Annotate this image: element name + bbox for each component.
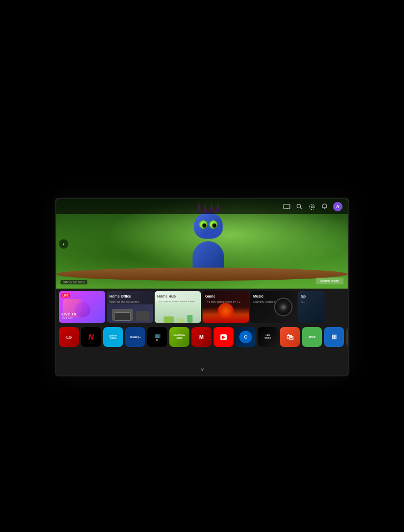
app-shopee-icon: 🛍 [286,333,294,341]
app-apps-label: APPS [308,335,316,339]
svg-point-6 [309,204,315,209]
app-geforce-label: GEFORCENOW [174,334,185,340]
sp-label: Sp [301,294,306,299]
app-mcafee[interactable]: M [191,327,211,347]
home-hub-label: Home Hub [157,294,176,299]
app-netflix-label: N [88,333,94,341]
app-lg-label: LG [66,335,72,340]
svg-point-5 [311,206,313,208]
music-vinyl [274,298,292,316]
app-multi-view[interactable]: ⊞ [324,327,344,347]
music-label: Music [253,294,264,299]
app-youtube-label: ▶ [220,334,227,340]
live-tv-text: Live TV 25-1 tvN [62,312,76,320]
app-youtube[interactable]: ▶ [214,327,234,347]
category-card-live-tv[interactable]: LIVE Live TV 25-1 tvN [59,291,105,323]
settings-icon[interactable] [308,202,316,211]
hero-sponsored-label: SPONSORED [60,280,87,284]
scroll-chevron-icon: ∨ [200,366,204,372]
svg-rect-0 [284,204,290,209]
app-apple-tv[interactable]: 📺 tv [147,327,167,347]
screen-icon[interactable] [282,202,291,211]
category-row: LIVE Live TV 25-1 tvN Home Office Work o… [56,289,348,324]
category-card-game[interactable]: Game The best game show on TV [203,291,249,323]
notification-icon[interactable] [320,202,329,211]
category-card-sp[interactable]: Sp A... [298,291,325,323]
home-office-sublabel: Work on the big screen [109,300,139,303]
scroll-indicator: ∨ [200,366,204,372]
app-concur-icon: C [239,331,252,343]
app-lesmills[interactable]: LESMILLS [258,327,278,347]
live-badge: LIVE [61,293,70,298]
hero-nav-left[interactable]: ‹ [59,239,68,249]
search-icon[interactable] [295,202,304,211]
apps-row: LG N prime video Disney+ 📺 t [56,324,348,351]
app-prime-label: prime video [109,334,117,340]
app-lg[interactable]: LG [59,327,79,347]
app-apps[interactable]: APPS [302,327,322,347]
app-apple-label: 📺 tv [155,333,160,341]
home-office-label: Home Office [109,294,131,299]
hub-room-image [155,302,201,323]
game-label: Game [205,294,215,299]
sp-sublabel: A... [301,300,305,303]
category-card-music[interactable]: Music Grammy Award on TV [250,291,297,323]
app-netflix[interactable]: N [81,327,101,347]
category-card-home-office[interactable]: Home Office Work on the big screen [107,291,153,323]
app-lesmills-label: LESMILLS [265,334,271,340]
app-disney-label: Disney+ [129,335,140,339]
app-geforce-now[interactable]: GEFORCENOW [169,327,189,347]
category-card-home-hub[interactable]: Home Hub The center of the smart home [155,291,201,323]
svg-point-8 [324,208,325,209]
app-concur[interactable]: C [236,327,256,347]
app-disney-plus[interactable]: Disney+ [125,327,145,347]
svg-point-3 [297,204,301,208]
app-multi-label: ⊞ [331,333,337,341]
avatar[interactable]: A [333,202,342,211]
watch-more-button[interactable]: Watch more [316,278,344,284]
app-prime-video[interactable]: prime video [103,327,123,347]
app-mcafee-label: M [199,334,204,340]
content-area: LIVE Live TV 25-1 tvN Home Office Work o… [56,289,348,375]
svg-line-4 [300,208,302,209]
office-room-image [107,304,153,323]
app-extra[interactable]: ▶ [346,327,348,347]
hero-log [56,268,348,281]
tv-screen: A [55,198,349,376]
top-bar: A [56,199,348,214]
app-shopee[interactable]: 🛍 [280,327,300,347]
